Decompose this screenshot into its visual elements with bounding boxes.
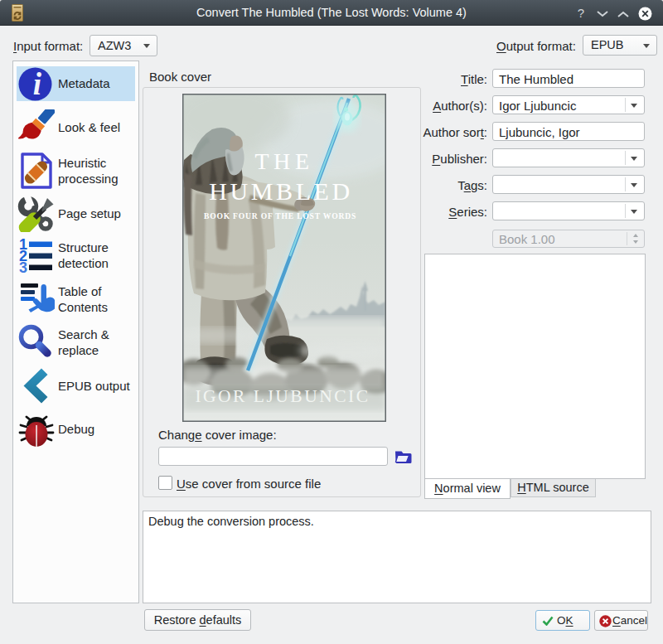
svg-text:3: 3 xyxy=(19,259,27,274)
svg-text:?: ? xyxy=(578,6,584,20)
svg-text:IGOR LJUBUNCIC: IGOR LJUBUNCIC xyxy=(195,386,370,406)
svg-text:BOOK FOUR OF THE LOST WORDS: BOOK FOUR OF THE LOST WORDS xyxy=(204,211,356,220)
svg-text:THE: THE xyxy=(254,148,313,174)
svg-text:HUMBLED: HUMBLED xyxy=(209,177,353,205)
svg-text:i: i xyxy=(33,67,42,101)
